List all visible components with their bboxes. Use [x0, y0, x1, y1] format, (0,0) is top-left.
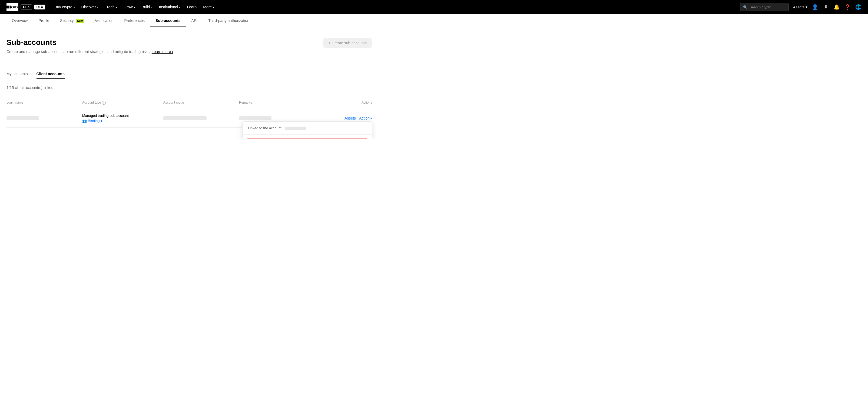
col-account-mode: Account mode	[163, 98, 239, 107]
action-dropdown: Action ▾ Linked to the account	[359, 116, 372, 120]
linked-info: Linked to the account	[243, 122, 372, 135]
tab-my-accounts[interactable]: My accounts	[6, 69, 28, 79]
info-icon[interactable]: i	[102, 101, 106, 105]
binding-button[interactable]: 👥 Binding ▾	[82, 119, 163, 123]
remarks-cell	[239, 116, 315, 120]
nav-items: Buy crypto ▾ Discover ▾ Trade ▾ Grow ▾ B…	[52, 3, 738, 11]
chevron-down-icon: ▾	[116, 6, 117, 9]
chevron-down-icon: ▾	[73, 6, 75, 9]
nav-buy-crypto[interactable]: Buy crypto ▾	[52, 3, 78, 11]
dex-badge[interactable]: DEX	[34, 5, 45, 9]
learn-more-link[interactable]: Learn more ›	[152, 50, 173, 54]
subnav-security[interactable]: Security New	[55, 14, 90, 27]
actions-cell: Assets Action ▾ Linked to the account	[315, 116, 372, 120]
page-description: Create and manage sub-accounts to run di…	[6, 50, 173, 54]
account-mode-cell	[163, 116, 239, 120]
account-mode-placeholder	[163, 116, 207, 120]
chevron-down-icon: ▾	[134, 6, 135, 9]
tab-client-accounts[interactable]: Client accounts	[36, 69, 65, 79]
chevron-down-icon: ▾	[151, 6, 153, 9]
table-header: Login name Account type i Account mode R…	[6, 96, 372, 109]
svg-rect-0	[6, 6, 8, 7]
nav-grow[interactable]: Grow ▾	[121, 3, 137, 11]
help-icon[interactable]: ❓	[844, 4, 851, 10]
col-account-type: Account type i	[82, 98, 163, 107]
subnav-profile[interactable]: Profile	[33, 14, 55, 27]
page-title: Sub-accounts	[6, 38, 173, 47]
cex-badge[interactable]: CEX	[21, 4, 32, 10]
nav-build[interactable]: Build ▾	[139, 3, 155, 11]
subnav-verification[interactable]: Verification	[90, 14, 119, 27]
assets-link[interactable]: Assets	[344, 116, 356, 120]
okx-logo[interactable]: OKX	[6, 3, 19, 11]
create-sub-accounts-button[interactable]: + Create sub-accounts	[323, 38, 372, 48]
nav-more[interactable]: More ▾	[200, 3, 217, 11]
unbind-option[interactable]: Unbind After unlink, the custodian can't…	[247, 138, 368, 138]
assets-button[interactable]: Assets ▾	[793, 5, 807, 9]
chevron-down-icon: ▾	[101, 119, 102, 123]
nav-right: 🔍 Search crypto Assets ▾ 👤 ⬇ 🔔 ❓ 🌐	[740, 3, 862, 11]
globe-icon[interactable]: 🌐	[855, 4, 862, 10]
content-header: Sub-accounts Create and manage sub-accou…	[6, 38, 372, 62]
bell-icon[interactable]: 🔔	[833, 4, 840, 10]
nav-trade[interactable]: Trade ▾	[102, 3, 120, 11]
main-content: Sub-accounts Create and manage sub-accou…	[0, 27, 378, 138]
subnav-preferences[interactable]: Preferences	[119, 14, 150, 27]
search-input[interactable]: 🔍 Search crypto	[740, 3, 789, 11]
subnav-third-party[interactable]: Third-party authorization	[203, 14, 255, 27]
chevron-down-icon: ▾	[213, 6, 214, 9]
chevron-down-icon: ▾	[806, 5, 807, 9]
linked-account-placeholder	[285, 127, 306, 130]
nav-learn[interactable]: Learn	[184, 3, 199, 11]
accounts-table: Login name Account type i Account mode R…	[6, 96, 372, 128]
col-actions: Actions	[315, 98, 372, 107]
col-remarks: Remarks	[239, 98, 315, 107]
sub-nav: Overview Profile Security New Verificati…	[0, 14, 868, 27]
account-type-label: Managed trading sub-account	[82, 114, 163, 118]
account-type-cell: Managed trading sub-account 👥 Binding ▾	[82, 114, 163, 123]
chevron-down-icon: ▾	[179, 6, 180, 9]
svg-rect-3	[6, 7, 8, 8]
page-header-left: Sub-accounts Create and manage sub-accou…	[6, 38, 173, 62]
linked-count: 1/15 client account(s) linked.	[6, 86, 372, 90]
navbar: OKX CEX DEX Buy crypto ▾ Discover ▾ Trad…	[0, 0, 868, 14]
action-dropdown-menu: Linked to the account	[242, 121, 372, 138]
table-row: Managed trading sub-account 👥 Binding ▾ …	[6, 109, 372, 128]
login-name-cell	[6, 116, 82, 120]
nav-institutional[interactable]: Institutional ▾	[156, 3, 183, 11]
col-login-name: Login name	[6, 98, 82, 107]
search-icon: 🔍	[743, 5, 747, 9]
user-icon[interactable]: 👤	[812, 4, 818, 10]
subnav-api[interactable]: API	[186, 14, 203, 27]
nav-discover[interactable]: Discover ▾	[79, 3, 101, 11]
chevron-down-icon: ▾	[97, 6, 98, 9]
svg-rect-1	[8, 6, 9, 7]
users-icon: 👥	[82, 119, 87, 123]
action-button[interactable]: Action ▾	[359, 116, 372, 120]
subnav-overview[interactable]: Overview	[6, 14, 33, 27]
new-badge: New	[76, 19, 84, 23]
download-icon[interactable]: ⬇	[823, 4, 829, 10]
tabs: My accounts Client accounts	[6, 69, 372, 79]
logo-area: OKX CEX DEX	[6, 3, 45, 11]
svg-rect-4	[8, 7, 9, 8]
remarks-placeholder	[239, 116, 272, 120]
chevron-down-icon: ▾	[370, 116, 372, 120]
login-name-placeholder	[6, 116, 39, 120]
subnav-sub-accounts[interactable]: Sub-accounts	[150, 14, 186, 27]
